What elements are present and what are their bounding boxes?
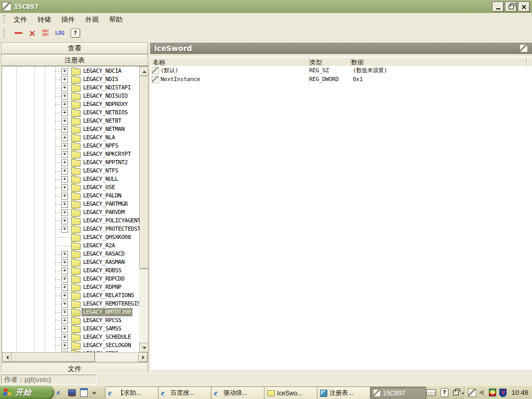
expand-icon[interactable]: + [61, 76, 68, 83]
minimize-button[interactable] [492, 2, 504, 12]
expand-icon[interactable]: + [61, 309, 68, 316]
menu-gripper[interactable] [3, 15, 5, 24]
tree-item-label[interactable]: LEGACY_REMOTEREGISTRY [82, 300, 149, 308]
tree-item-label[interactable]: LEGACY_SECLOGON [82, 342, 132, 349]
keyboard-icon[interactable] [426, 389, 436, 396]
tree-item-label[interactable]: LEGACY_NDPROXY [82, 101, 129, 108]
expand-icon[interactable]: + [61, 276, 68, 283]
tree-item[interactable]: +LEGACY_PROTECTEDSTORAGE [2, 225, 148, 233]
overflow-chevron-icon[interactable]: » [92, 389, 96, 396]
tree-item-label[interactable]: LEGACY_RASACD [82, 250, 126, 258]
tree-item-label[interactable]: LEGACY_R2A [82, 242, 116, 249]
column-header-data[interactable]: 数据 [349, 57, 527, 66]
value-row[interactable]: NextInstanceREG_DWORD0x1 [150, 75, 532, 84]
taskbar-task-button[interactable]: 注册表... [317, 387, 374, 399]
expand-icon[interactable]: + [61, 168, 68, 175]
menu-item[interactable]: 插件 [56, 14, 80, 26]
tree-item[interactable]: +LEGACY_RMTDTJ90 [2, 308, 148, 316]
tree-item[interactable]: +LEGACY_NPFS [2, 142, 148, 150]
expand-icon[interactable]: + [61, 268, 68, 274]
tree-item[interactable]: +LEGACY_NETMAN [2, 125, 148, 134]
tree-item-label[interactable]: LEGACY_PARTMGR [82, 201, 129, 208]
expand-icon[interactable]: + [61, 334, 68, 341]
tree-item[interactable]: +LEGACY_RDPCDD [2, 275, 148, 283]
expand-icon[interactable]: + [61, 159, 68, 166]
tree-item[interactable]: +LEGACY_REMOTEREGISTRY [2, 300, 148, 308]
tree-item-label[interactable]: LEGACY_RDPCDD [82, 275, 126, 283]
help-button[interactable]: ? [71, 29, 80, 37]
menu-item[interactable]: 转储 [32, 14, 56, 26]
menu-item[interactable]: 文件 [8, 14, 32, 26]
tree-item-label[interactable]: LEGACY_NTFS [82, 167, 119, 175]
expand-icon[interactable]: + [61, 110, 68, 116]
tree-item-label[interactable]: LEGACY_NDISUIO [82, 92, 129, 100]
tree-item-label[interactable]: LEGACY_NULL [82, 176, 119, 183]
tree-item-label[interactable]: LEGACY_POLICYAGENT [82, 217, 141, 224]
taskbar-task-button[interactable]: 百度搜... [158, 387, 215, 399]
tree-item[interactable]: LEGACY_R2A [2, 242, 148, 250]
tree-item-label[interactable]: LEGACY_SCHEDULE [82, 334, 132, 341]
tree-item[interactable]: LEGACY_QHSXKO08 [2, 233, 148, 242]
tree-item-label[interactable]: LEGACY_RMTDTJ90 [82, 309, 132, 316]
collapse-button[interactable] [15, 32, 22, 34]
tree-item-label[interactable]: LEGACY_PROTECTEDSTORAGE [82, 225, 149, 233]
delete-button[interactable]: × [29, 29, 36, 37]
tree-item[interactable]: +LEGACY_NPPTNT2 [2, 158, 148, 167]
tree-item[interactable]: +LEGACY_SAMSS [2, 325, 148, 333]
show-desktop-icon[interactable] [68, 389, 76, 396]
tree-item-label[interactable]: LEGACY_NPKCRYPT [82, 151, 132, 158]
security-s-icon[interactable]: S [489, 389, 496, 396]
column-header-name[interactable]: 名称 [150, 57, 310, 66]
tree-item[interactable]: +LEGACY_NDISUIO [2, 92, 148, 100]
expand-icon[interactable]: + [61, 218, 68, 224]
tree-item-label[interactable]: LEGACY_NDIS [82, 76, 119, 83]
taskbar-task-button[interactable]: 【求助... [105, 387, 162, 399]
tree-item[interactable]: +LEGACY_PARTMGR [2, 200, 148, 208]
gdt-idt-button[interactable]: GDTIDT [42, 30, 49, 37]
tree-item[interactable]: +LEGACY_NULL [2, 175, 148, 183]
tree-item[interactable]: +LEGACY_NDCIA [2, 67, 148, 75]
ie-window-icon[interactable] [80, 388, 88, 397]
scroll-right-button[interactable] [138, 352, 148, 362]
expand-icon[interactable]: + [61, 118, 68, 125]
tree-item[interactable]: +LEGACY_NLA [2, 134, 148, 142]
expand-icon[interactable]: + [61, 292, 68, 299]
expand-icon[interactable]: + [61, 317, 68, 324]
restore-window-icon[interactable] [453, 390, 459, 395]
tree-item-label[interactable]: LEGACY_NDISTAPI [82, 84, 132, 91]
expand-icon[interactable]: + [61, 68, 68, 75]
volume-icon[interactable] [480, 390, 486, 396]
taskbar-task-button[interactable]: IceSwo... [264, 387, 321, 399]
tree-item[interactable]: +LEGACY_NETBT [2, 117, 148, 125]
expand-icon[interactable]: + [61, 93, 68, 100]
tree-item-label[interactable]: LEGACY_SAMSS [82, 325, 122, 332]
tree-item[interactable]: +LEGACY_RASMAN [2, 258, 148, 267]
scroll-down-button[interactable] [139, 343, 149, 353]
expand-icon[interactable]: + [61, 259, 68, 266]
expand-icon[interactable]: + [61, 342, 68, 349]
tree-item-label[interactable]: LEGACY_NETMAN [82, 126, 126, 133]
column-header-type[interactable]: 类型 [307, 57, 351, 66]
expand-icon[interactable]: + [61, 251, 68, 258]
expand-icon[interactable]: + [61, 301, 68, 308]
menu-item[interactable]: 帮助 [104, 14, 128, 26]
vertical-scroll-thumb[interactable] [139, 76, 149, 269]
tree-item-label[interactable]: LEGACY_QHSXKO08 [82, 234, 132, 241]
tree-item-label[interactable]: LEGACY_PALDN [82, 192, 122, 200]
tree-item[interactable]: +LEGACY_SCHEDULE [2, 333, 148, 341]
expand-icon[interactable]: + [61, 193, 68, 200]
expand-icon[interactable]: + [61, 176, 68, 183]
tree-item-label[interactable]: LEGACY_RDBSS [82, 267, 122, 274]
tree-item[interactable]: +LEGACY_PALDN [2, 192, 148, 200]
tree-horizontal-scrollbar[interactable] [2, 352, 149, 362]
tree-item[interactable]: +LEGACY_RPCSS [2, 316, 148, 325]
expand-icon[interactable]: + [61, 201, 68, 208]
tree-item[interactable]: +LEGACY_RASACD [2, 250, 148, 258]
tree-item[interactable]: +LEGACY_NDISTAPI [2, 84, 148, 92]
tray-clock[interactable]: 10:48 [511, 389, 528, 396]
restore-button[interactable] [505, 2, 517, 12]
tree-item-label[interactable]: LEGACY_NETBIOS [82, 109, 129, 116]
help-icon[interactable]: ? [441, 388, 448, 397]
expand-icon[interactable]: + [61, 326, 68, 332]
horizontal-scroll-thumb[interactable] [11, 352, 95, 362]
